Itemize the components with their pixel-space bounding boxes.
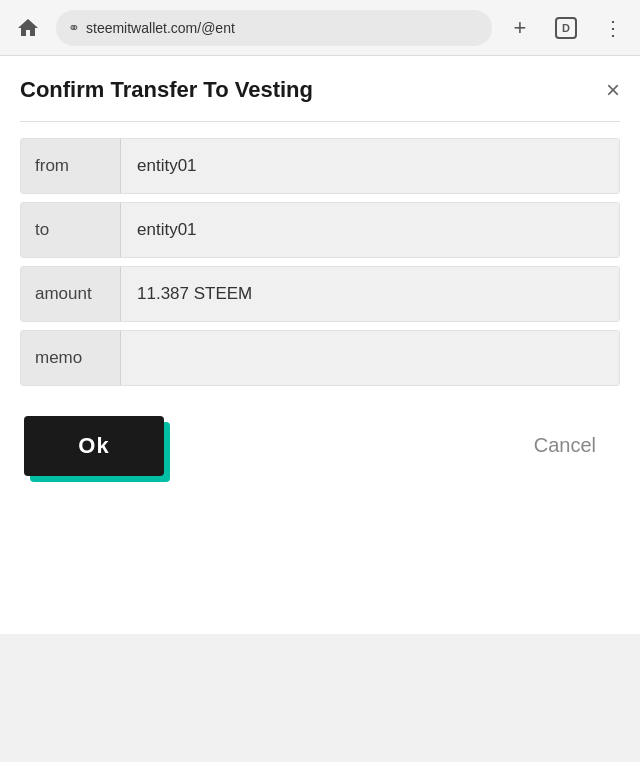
home-button[interactable]: [10, 10, 46, 46]
cancel-button[interactable]: Cancel: [514, 424, 616, 467]
memo-field-row: memo: [20, 330, 620, 386]
from-value: entity01: [121, 139, 619, 193]
tab-count-box: D: [555, 17, 577, 39]
tab-count-button[interactable]: D: [548, 10, 584, 46]
to-label: to: [21, 203, 121, 257]
amount-field-row: amount 11.387 STEEM: [20, 266, 620, 322]
dialog-title: Confirm Transfer To Vesting: [20, 76, 313, 105]
ok-button[interactable]: Ok: [24, 416, 164, 476]
page-content: Confirm Transfer To Vesting × from entit…: [0, 56, 640, 634]
from-field-row: from entity01: [20, 138, 620, 194]
form-fields: from entity01 to entity01 amount: [20, 138, 620, 386]
to-value: entity01: [121, 203, 619, 257]
memo-value: [121, 331, 619, 385]
amount-label: amount: [21, 267, 121, 321]
browser-chrome: ⚭ steemitwallet.com/@ent + D ⋮: [0, 0, 640, 56]
bottom-space: [0, 634, 640, 762]
action-buttons: Ok Cancel: [20, 416, 620, 476]
confirm-transfer-dialog: Confirm Transfer To Vesting × from entit…: [0, 56, 640, 506]
from-label: from: [21, 139, 121, 193]
address-bar[interactable]: ⚭ steemitwallet.com/@ent: [56, 10, 492, 46]
browser-menu-button[interactable]: ⋮: [594, 10, 630, 46]
address-text: steemitwallet.com/@ent: [86, 20, 480, 36]
connection-icon: ⚭: [68, 20, 80, 36]
to-field-row: to entity01: [20, 202, 620, 258]
memo-label: memo: [21, 331, 121, 385]
add-tab-button[interactable]: +: [502, 10, 538, 46]
ok-button-wrapper: Ok: [24, 416, 164, 476]
dialog-header: Confirm Transfer To Vesting ×: [20, 76, 620, 105]
amount-value: 11.387 STEEM: [121, 267, 619, 321]
divider: [20, 121, 620, 122]
close-button[interactable]: ×: [606, 78, 620, 102]
